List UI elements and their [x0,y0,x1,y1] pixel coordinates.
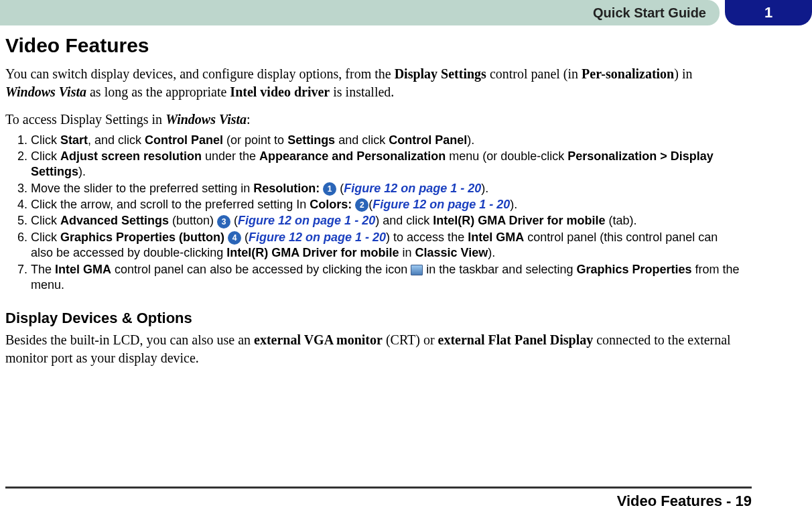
taskbar-icon [411,265,423,275]
access-heading: To access Display Settings in Windows Vi… [5,111,742,129]
steps-list: Click Start, and click Control Panel (or… [5,133,742,294]
list-item: Click Adjust screen resolution under the… [31,149,742,181]
list-item: Click Graphics Properties (button) 4 (Fi… [31,230,742,262]
page-title: Video Features [5,32,742,60]
display-devices-paragraph: Besides the built-in LCD, you can also u… [5,331,742,367]
badge-2-icon: 2 [355,198,368,212]
list-item: Click Advanced Settings (button) 3 (Figu… [31,213,742,229]
figure-ref[interactable]: Figure 12 on page 1 - 20 [238,214,375,227]
list-item: Move the slider to the preferred setting… [31,181,742,197]
list-item: The Intel GMA control panel can also be … [31,262,742,294]
page-footer: Video Features - 19 [5,487,752,511]
section-heading: Display Devices & Options [5,308,742,328]
badge-4-icon: 4 [228,231,241,245]
figure-ref[interactable]: Figure 12 on page 1 - 20 [344,182,481,195]
chapter-number-tab: 1 [725,0,812,25]
badge-1-icon: 1 [323,182,336,196]
badge-3-icon: 3 [217,215,230,229]
list-item: Click Start, and click Control Panel (or… [31,133,742,149]
intro-paragraph: You can switch display devices, and conf… [5,65,742,101]
chapter-title: Quick Start Guide [0,0,720,25]
figure-ref[interactable]: Figure 12 on page 1 - 20 [373,198,510,211]
figure-ref[interactable]: Figure 12 on page 1 - 20 [249,231,386,244]
list-item: Click the arrow, and scroll to the prefe… [31,197,742,213]
